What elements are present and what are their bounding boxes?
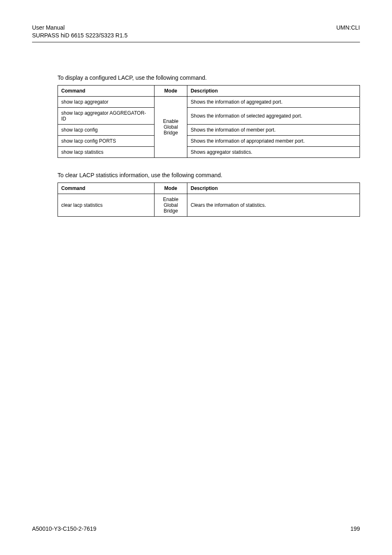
cell-description: Shows aggregator statistics. [187, 146, 360, 157]
table-row: show lacp config Shows the information o… [58, 124, 360, 135]
cell-description: Shows the information of member port. [187, 124, 360, 135]
intro-text-1: To display a configured LACP, use the fo… [58, 74, 360, 81]
header-left: User Manual SURPASS hiD 6615 S223/S323 R… [32, 24, 127, 39]
page-footer: A50010-Y3-C150-2-7619 199 [32, 525, 360, 532]
header-left-line1: User Manual [32, 24, 127, 32]
lacp-display-table: Command Mode Description show lacp aggre… [58, 85, 360, 158]
mode-line: Bridge [158, 208, 184, 214]
table-row: clear lacp statistics Enable Global Brid… [58, 194, 360, 216]
lacp-clear-table: Command Mode Description clear lacp stat… [58, 183, 360, 217]
th-description: Description [187, 85, 360, 96]
table-row: show lacp aggregator Enable Global Bridg… [58, 96, 360, 107]
cell-description: Shows the information of selected aggreg… [187, 107, 360, 124]
cell-command: show lacp config [58, 124, 154, 135]
th-mode: Mode [154, 183, 187, 194]
cell-description: Clears the information of statistics. [187, 194, 360, 216]
header-right: UMN:CLI [336, 24, 360, 39]
footer-right: 199 [350, 525, 360, 532]
th-command: Command [58, 85, 154, 96]
mode-line: Bridge [158, 130, 184, 136]
cell-description: Shows the information of aggregated port… [187, 96, 360, 107]
table-header-row: Command Mode Description [58, 85, 360, 96]
cell-command: show lacp aggregator [58, 96, 154, 107]
cell-command: clear lacp statistics [58, 194, 154, 216]
mode-line: Global [158, 202, 184, 208]
table-header-row: Command Mode Description [58, 183, 360, 194]
cell-command: show lacp statistics [58, 146, 154, 157]
header-left-line2: SURPASS hiD 6615 S223/S323 R1.5 [32, 32, 127, 39]
header-rule [32, 42, 360, 42]
page-header: User Manual SURPASS hiD 6615 S223/S323 R… [32, 24, 360, 39]
cell-mode: Enable Global Bridge [154, 194, 187, 216]
th-description: Description [187, 183, 360, 194]
mode-line: Enable [158, 197, 184, 202]
th-mode: Mode [154, 85, 187, 96]
cell-description: Shows the information of appropriated me… [187, 135, 360, 146]
footer-left: A50010-Y3-C150-2-7619 [32, 525, 96, 532]
table-row: show lacp config PORTS Shows the informa… [58, 135, 360, 146]
mode-line: Global [158, 124, 184, 130]
table-row: show lacp statistics Shows aggregator st… [58, 146, 360, 157]
cell-mode: Enable Global Bridge [154, 96, 187, 157]
mode-line: Enable [158, 118, 184, 124]
th-command: Command [58, 183, 154, 194]
cell-command: show lacp config PORTS [58, 135, 154, 146]
cell-command: show lacp aggregator AGGREGATOR-ID [58, 107, 154, 124]
table-row: show lacp aggregator AGGREGATOR-ID Shows… [58, 107, 360, 124]
intro-text-2: To clear LACP statistics information, us… [58, 172, 360, 178]
